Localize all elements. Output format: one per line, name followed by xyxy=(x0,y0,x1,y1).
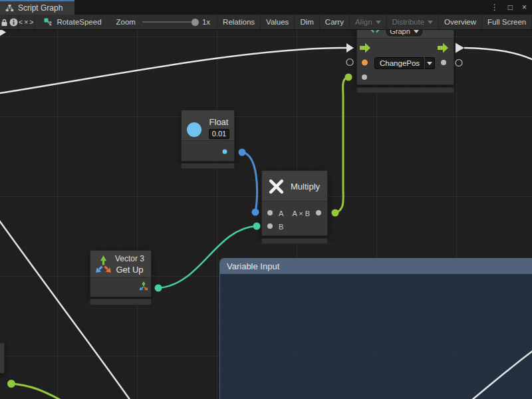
tab-bar: Script Graph ⋮ □ × xyxy=(0,0,532,15)
wire-endpoint-green-in[interactable] xyxy=(345,74,352,81)
wire-blue-float-to-a[interactable] xyxy=(242,152,257,212)
code-preview-button[interactable]: <×> xyxy=(19,15,35,29)
port-multiply-out[interactable] xyxy=(316,210,321,215)
lock-icon xyxy=(0,18,9,27)
tab-script-graph[interactable]: Script Graph xyxy=(0,0,74,15)
fullscreen-button[interactable]: Full Screen xyxy=(482,15,532,29)
menu-icon[interactable]: ⋮ xyxy=(491,3,499,12)
graph-canvas[interactable]: Variable Input Graph ChangePos xyxy=(0,30,532,399)
carry-button[interactable]: Carry xyxy=(320,15,350,29)
overview-button[interactable]: Overview xyxy=(439,15,482,29)
flow-out-arrow-icon[interactable] xyxy=(438,43,448,53)
align-button[interactable]: Align xyxy=(350,15,387,29)
wire-green-bottom-left[interactable] xyxy=(11,384,61,399)
zoom-slider-knob[interactable] xyxy=(192,19,199,26)
zoom-label: Zoom xyxy=(116,18,136,26)
flow-input-arrow[interactable] xyxy=(346,43,354,53)
wire-flow-out[interactable] xyxy=(464,48,532,60)
info-icon xyxy=(9,18,18,27)
wire-endpoint-green-out[interactable] xyxy=(332,209,339,217)
zoom-value: 1x xyxy=(202,18,210,26)
script-graph-window: Script Graph ⋮ □ × <×> xyxy=(0,0,532,399)
chevron-down-icon xyxy=(376,21,381,24)
graph-toolbar: <×> RotateSpeed Zoom 1x Relations Values… xyxy=(0,15,532,30)
code-icon: <×> xyxy=(19,18,35,26)
port-value-in[interactable] xyxy=(362,74,367,80)
lock-button[interactable] xyxy=(0,15,9,29)
zoom-slider[interactable] xyxy=(142,21,196,23)
wire-endpoint-blue-out[interactable] xyxy=(239,149,246,156)
wire-flow-in[interactable] xyxy=(0,48,346,93)
wire-arrow-top-left[interactable] xyxy=(0,30,6,36)
port-float-out[interactable] xyxy=(223,150,227,154)
port-multiply-b[interactable] xyxy=(267,223,273,229)
view-buttons: Relations Values Dim Carry Align Distrib… xyxy=(217,15,532,29)
wire-white-bottom-right[interactable] xyxy=(471,350,532,399)
port-multiply-a[interactable] xyxy=(267,210,273,215)
wire-endpoint-teal-in[interactable] xyxy=(253,223,261,230)
port-hollow-right[interactable] xyxy=(456,60,462,66)
chevron-down-icon xyxy=(428,21,433,24)
close-icon[interactable]: × xyxy=(522,3,527,12)
wire-teal-vector3-to-b[interactable] xyxy=(158,226,257,288)
distribute-button[interactable]: Distribute xyxy=(387,15,440,29)
wire-endpoint-green-bottom[interactable] xyxy=(7,380,15,388)
hierarchy-graph-icon xyxy=(5,4,14,12)
graph-reference-name: RotateSpeed xyxy=(57,18,101,26)
wire-green-multiply-to-setvar[interactable] xyxy=(335,77,348,213)
script-graph-asset-icon xyxy=(43,17,53,27)
port-value-out[interactable] xyxy=(441,60,446,65)
tab-title: Script Graph xyxy=(18,3,63,13)
wires-overlay xyxy=(0,30,532,399)
port-hollow-left[interactable] xyxy=(346,59,353,66)
flow-output-arrow[interactable] xyxy=(456,43,464,53)
values-button[interactable]: Values xyxy=(261,15,295,29)
window-controls: ⋮ □ × xyxy=(491,0,532,15)
wire-white-left[interactable] xyxy=(0,214,130,399)
dim-button[interactable]: Dim xyxy=(295,15,319,29)
info-button[interactable] xyxy=(9,15,19,29)
maximize-icon[interactable]: □ xyxy=(508,3,513,12)
zoom-control: Zoom 1x xyxy=(116,18,216,26)
wire-endpoint-teal-out[interactable] xyxy=(155,285,162,292)
flow-in-arrow-icon[interactable] xyxy=(360,43,370,53)
graph-reference[interactable]: RotateSpeed xyxy=(43,17,101,27)
wire-endpoint-blue-in[interactable] xyxy=(252,209,259,216)
relations-button[interactable]: Relations xyxy=(217,15,261,29)
port-variable-orange[interactable] xyxy=(362,60,368,66)
